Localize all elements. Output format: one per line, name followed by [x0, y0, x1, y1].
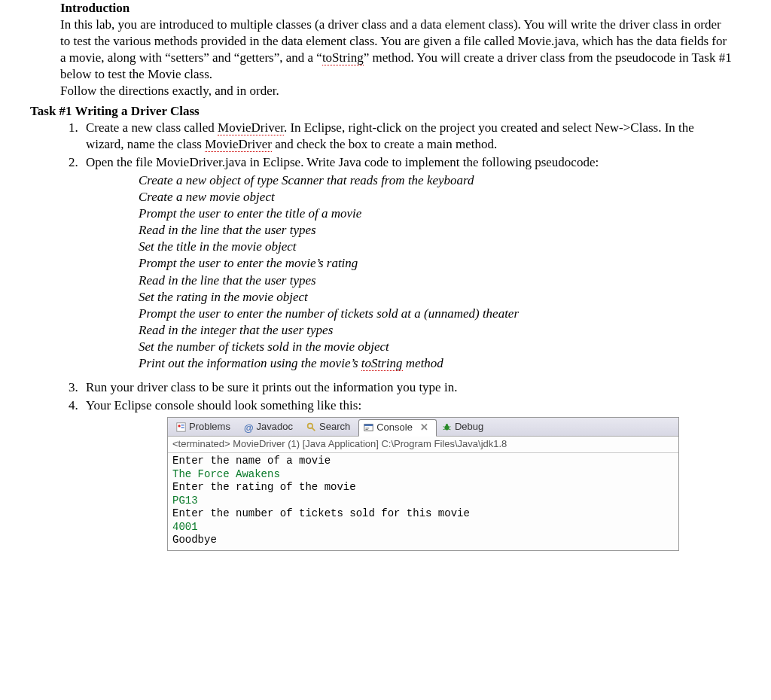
tab-javadoc[interactable]: @ Javadoc [239, 418, 301, 436]
console-icon [364, 423, 373, 433]
svg-line-13 [449, 426, 450, 427]
task-heading: Task #1 Writing a Driver Class [30, 103, 756, 120]
pseudocode-block: Create a new object of type Scanner that… [139, 172, 733, 372]
svg-line-15 [449, 429, 450, 430]
task-step-3: Run your driver class to be sure it prin… [81, 379, 733, 396]
svg-rect-9 [366, 429, 368, 430]
svg-rect-8 [366, 428, 370, 428]
console-output: Enter the name of a movie The Force Awak… [168, 453, 678, 550]
intro-heading: Introduction [60, 0, 756, 17]
tab-search[interactable]: Search [301, 418, 358, 436]
document-page: Introduction In this lab, you are introd… [0, 0, 771, 568]
task-steps-list: Create a new class called MovieDriver. I… [60, 120, 733, 551]
console-line: 4001 [172, 521, 674, 534]
tab-javadoc-label: Javadoc [257, 421, 293, 434]
problems-icon [176, 422, 186, 432]
pseudo-line: Read in the line that the user types [139, 222, 733, 239]
tab-console-label: Console [376, 422, 413, 434]
tostring-squiggle-2: toString [361, 356, 403, 371]
pseudo-line: Create a new object of type Scanner that… [139, 172, 733, 189]
svg-rect-3 [181, 427, 184, 428]
step1-text-c: and check the box to create a main metho… [272, 137, 497, 151]
svg-point-1 [178, 425, 180, 427]
pseudo-line: Read in the integer that the user types [139, 322, 733, 339]
task-step-1: Create a new class called MovieDriver. I… [81, 120, 733, 153]
tab-problems[interactable]: Problems [171, 418, 239, 436]
moviedriver-squiggle-1: MovieDriver [218, 120, 284, 135]
console-line: Enter the number of tickets sold for thi… [172, 507, 674, 521]
svg-line-14 [443, 429, 445, 430]
pseudo-line: Set the title in the movie object [139, 239, 733, 255]
task-step-4: Your Eclipse console should look somethi… [81, 397, 733, 550]
search-icon [306, 422, 316, 432]
javadoc-icon: @ [244, 422, 254, 432]
pseudo-line: Prompt the user to enter the movie’s rat… [139, 255, 733, 272]
intro-body: In this lab, you are introduced to multi… [60, 17, 733, 99]
svg-point-4 [308, 423, 313, 428]
eclipse-console-panel: Problems @ Javadoc Search [167, 417, 679, 550]
tab-problems-label: Problems [189, 421, 230, 434]
moviedriver-squiggle-2: MovieDriver [205, 137, 272, 152]
tab-debug-label: Debug [455, 421, 483, 434]
debug-icon [442, 422, 452, 432]
pseudo-line: Prompt the user to enter the title of a … [139, 205, 733, 222]
pseudo-line: Set the rating in the movie object [139, 289, 733, 306]
eclipse-tab-bar: Problems @ Javadoc Search [168, 418, 678, 437]
step2-text: Open the file MovieDriver.java in Eclips… [86, 155, 599, 169]
svg-line-12 [443, 426, 445, 427]
svg-rect-2 [181, 425, 184, 425]
svg-line-5 [312, 428, 315, 431]
tab-search-label: Search [319, 421, 350, 434]
step4-text: Your Eclipse console should look somethi… [86, 398, 361, 412]
pseudo-last-b: method [403, 356, 443, 370]
task-step-2: Open the file MovieDriver.java in Eclips… [81, 154, 733, 372]
console-line: Enter the rating of the movie [172, 481, 674, 495]
pseudo-line: Print out the information using the movi… [139, 355, 733, 372]
pseudo-line: Read in the line that the user types [139, 272, 733, 289]
console-line: The Force Awakens [172, 468, 674, 482]
intro-follow: Follow the directions exactly, and in or… [60, 84, 279, 98]
console-status-line: <terminated> MovieDriver (1) [Java Appli… [168, 437, 678, 453]
step1-text-a: Create a new class called [86, 120, 218, 135]
svg-rect-7 [364, 424, 373, 425]
close-icon[interactable]: ✕ [420, 422, 428, 434]
pseudo-line: Create a new movie object [139, 189, 733, 205]
console-line: PG13 [172, 495, 674, 508]
pseudo-last-a: Print out the information using the movi… [139, 356, 361, 370]
tab-debug[interactable]: Debug [437, 418, 492, 436]
console-line: Enter the name of a movie [172, 455, 674, 468]
tostring-squiggle-1: toString [322, 50, 364, 65]
pseudo-line: Set the number of tickets sold in the mo… [139, 339, 733, 355]
svg-point-11 [446, 424, 448, 426]
tab-console[interactable]: Console ✕ [358, 419, 437, 437]
console-line: Goodbye [172, 534, 674, 547]
pseudo-line: Prompt the user to enter the number of t… [139, 306, 733, 322]
